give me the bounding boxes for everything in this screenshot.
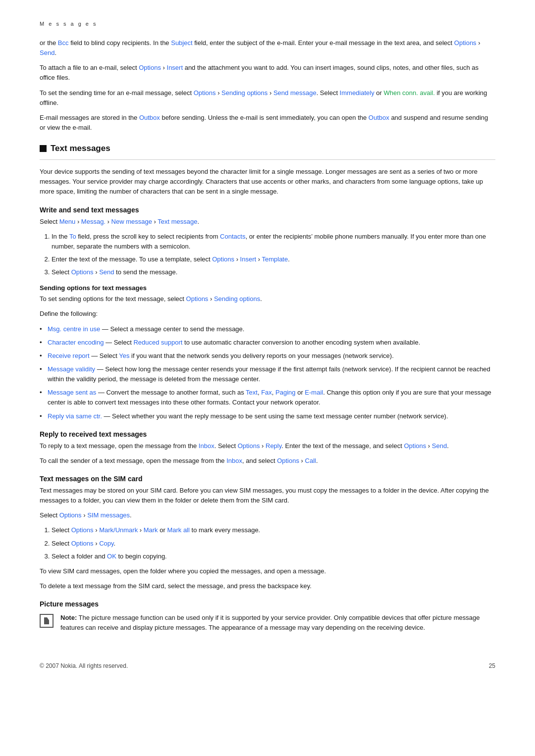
link-outbox-2[interactable]: Outbox [369,114,389,121]
link-options-6[interactable]: Options [186,295,209,302]
link-send-1[interactable]: Send [40,49,54,56]
link-options-10[interactable]: Options [59,511,82,519]
link-mark-all[interactable]: Mark all [167,526,190,534]
link-msg-centre[interactable]: Msg. centre in use [48,325,100,333]
link-call[interactable]: Call [305,457,316,464]
link-copy[interactable]: Copy [99,540,113,547]
link-send-3[interactable]: Send [432,442,447,450]
link-options-1[interactable]: Options [454,39,477,47]
link-yes[interactable]: Yes [119,352,129,359]
link-options-4[interactable]: Options [212,255,234,263]
link-insert-1[interactable]: Insert [167,64,183,71]
intro-p4: E-mail messages are stored in the Outbox… [40,113,495,133]
section-heading-text-messages: Text messages [40,144,495,153]
link-reduced-support[interactable]: Reduced support [133,339,182,346]
link-immediately[interactable]: Immediately [340,89,374,97]
sending-options-define: Define the following: [40,309,495,319]
intro-p1: or the Bcc field to blind copy recipient… [40,38,495,58]
link-ok[interactable]: OK [107,553,116,560]
sim-steps: Select Options › Mark/Unmark › Mark or M… [52,525,495,561]
sim-intro: Text messages may be stored on your SIM … [40,486,495,505]
list-item-msg-centre: Msg. centre in use — Select a message ce… [40,324,495,334]
page-number: 25 [489,662,495,669]
link-send-2[interactable]: Send [99,268,114,276]
link-text-message[interactable]: Text message [158,218,197,225]
link-options-8[interactable]: Options [404,442,426,450]
link-contacts[interactable]: Contacts [220,233,245,240]
link-options-9[interactable]: Options [277,457,299,464]
sending-options-heading: Sending options for text messages [40,284,495,292]
link-bcc[interactable]: Bcc [58,39,69,47]
picture-heading: Picture messages [40,600,495,608]
write-send-step-3: Select Options › Send to send the messag… [52,267,495,277]
link-fax[interactable]: Fax [261,389,272,396]
sim-select: Select Options › SIM messages. [40,510,495,520]
link-paging[interactable]: Paging [275,389,295,396]
page-footer: © 2007 Nokia. All rights reserved. 25 [40,657,495,669]
link-sim-messages[interactable]: SIM messages [87,511,130,519]
list-item-msg-sent-as: Message sent as — Convert the message to… [40,388,495,407]
note-icon-shape [44,617,49,624]
reply-section: Reply to received text messages To reply… [40,430,495,466]
link-reply[interactable]: Reply [266,442,281,450]
sending-options-intro: To set sending options for the text mess… [40,294,495,304]
link-receive-report[interactable]: Receive report [48,352,90,359]
sim-outro-1: To view SIM card messages, open the fold… [40,566,495,576]
intro-section: or the Bcc field to blind copy recipient… [40,38,495,133]
sim-step-2: Select Options › Copy. [52,539,495,549]
copyright: © 2007 Nokia. All rights reserved. [40,662,128,669]
link-outbox-1[interactable]: Outbox [139,114,160,121]
note-box: Note: The picture message function can b… [40,613,495,638]
link-text[interactable]: Text [246,389,258,396]
write-send-section: Write and send text messages Select Menu… [40,206,495,278]
link-mark[interactable]: Mark [144,526,158,534]
reply-heading: Reply to received text messages [40,430,495,438]
link-options-3[interactable]: Options [194,89,216,97]
write-send-step-1: In the To field, press the scroll key to… [52,232,495,252]
link-to-field[interactable]: To [69,233,76,240]
sending-options-section: Sending options for text messages To set… [40,284,495,421]
sending-options-list: Msg. centre in use — Select a message ce… [40,324,495,421]
note-label: Note: [60,614,77,621]
link-sending-options[interactable]: Sending options [221,89,268,97]
sim-step-1: Select Options › Mark/Unmark › Mark or M… [52,525,495,535]
link-menu[interactable]: Menu [59,218,76,225]
link-email[interactable]: E-mail [305,389,323,396]
link-send-message[interactable]: Send message [273,89,317,97]
write-send-steps: In the To field, press the scroll key to… [52,232,495,278]
link-messag[interactable]: Messag. [81,218,106,225]
link-subject[interactable]: Subject [171,39,192,47]
link-msg-validity[interactable]: Message validity [48,365,95,373]
text-messages-body: Your device supports the sending of text… [40,167,495,197]
intro-p3: To set the sending time for an e-mail me… [40,88,495,108]
reply-p1: To reply to a text message, open the mes… [40,441,495,451]
link-insert-2[interactable]: Insert [240,255,257,263]
reply-p2: To call the sender of a text message, op… [40,456,495,466]
link-template[interactable]: Template [262,255,288,263]
link-options-7[interactable]: Options [238,442,260,450]
link-msg-sent-as[interactable]: Message sent as [48,389,96,396]
page-header: M e s s a g e s [40,20,495,28]
section-rule [40,159,495,160]
list-item-msg-validity: Message validity — Select how long the m… [40,364,495,384]
note-icon [40,614,54,628]
link-reply-same-ctr[interactable]: Reply via same ctr. [48,412,102,420]
link-char-encoding[interactable]: Character encoding [48,339,104,346]
section-heading-label: Text messages [51,144,110,153]
picture-section: Picture messages Note: The picture messa… [40,600,495,638]
link-new-message[interactable]: New message [111,218,152,225]
link-options-12[interactable]: Options [71,540,94,547]
link-sending-options-2[interactable]: Sending options [214,295,260,302]
list-item-receive-report: Receive report — Select Yes if you want … [40,351,495,361]
link-options-11[interactable]: Options [71,526,94,534]
list-item-reply-same-ctr: Reply via same ctr. — Select whether you… [40,411,495,421]
link-inbox-1[interactable]: Inbox [199,442,214,450]
link-mark-unmark[interactable]: Mark/Unmark [99,526,138,534]
link-inbox-2[interactable]: Inbox [226,457,242,464]
link-options-2[interactable]: Options [139,64,161,71]
sim-step-3: Select a folder and OK to begin copying. [52,552,495,561]
link-when-conn[interactable]: When conn. avail. [383,89,434,97]
list-item-char-encoding: Character encoding — Select Reduced supp… [40,338,495,348]
link-options-5[interactable]: Options [71,268,94,276]
sim-heading: Text messages on the SIM card [40,475,495,483]
